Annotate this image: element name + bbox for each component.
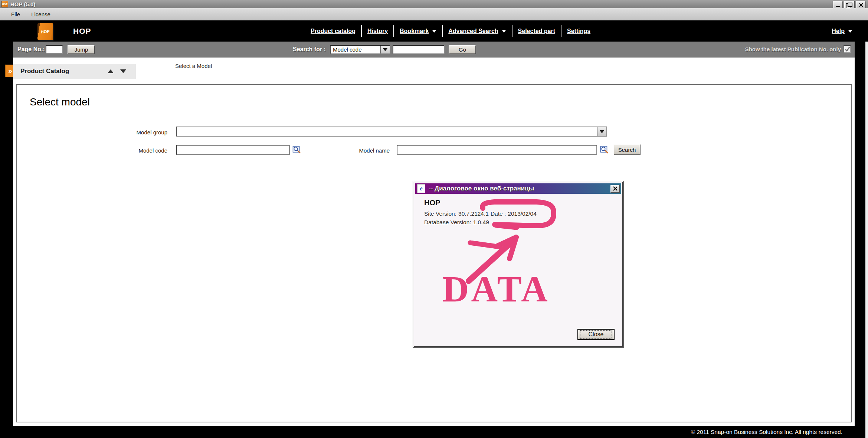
model-name-label: Model name — [336, 147, 390, 154]
close-icon — [613, 186, 618, 191]
about-dialog: e -- Диалоговое окно веб-страницы HOP Si… — [413, 181, 623, 347]
latest-publication-option: Show the latest Publication No. only — [745, 45, 851, 53]
nav-history[interactable]: History — [361, 25, 393, 37]
database-version-label: Database Version: — [424, 219, 471, 225]
date-label: Date : — [491, 210, 506, 217]
model-code-label: Model code — [110, 147, 167, 154]
model-group-label: Model group — [110, 129, 167, 135]
latest-publication-checkbox[interactable] — [844, 45, 851, 53]
search-type-select[interactable]: Model code — [330, 45, 390, 54]
product-catalog-title: Product Catalog — [20, 68, 108, 75]
page-no-input[interactable] — [46, 45, 63, 54]
dialog-title: -- Диалоговое окно веб-страницы — [429, 185, 610, 192]
nav-settings[interactable]: Settings — [561, 25, 596, 37]
chevron-down-icon — [383, 48, 387, 51]
menu-file[interactable]: File — [11, 11, 20, 17]
site-version-value: 30.7.2124.1 — [458, 210, 489, 217]
menu-bar: File License — [0, 8, 868, 20]
close-window-button[interactable] — [856, 1, 866, 9]
window-controls — [833, 1, 866, 9]
search-input[interactable] — [393, 45, 445, 54]
hop-logo: HOP — [37, 23, 53, 40]
chevron-down-icon — [502, 30, 506, 33]
dropdown-button[interactable] — [597, 127, 606, 136]
search-button[interactable]: Search — [613, 144, 641, 155]
date-value: 2013/02/04 — [508, 210, 537, 217]
minimize-button[interactable] — [833, 1, 843, 9]
page-title: Select model — [30, 96, 90, 108]
window-title: HOP (5.0) — [10, 1, 35, 7]
model-name-search-helper-icon[interactable] — [600, 145, 609, 154]
database-version-value: 1.0.49 — [473, 219, 489, 225]
close-button-label: Close — [580, 330, 612, 339]
footer: © 2011 Snap-on Business Solutions Inc. A… — [0, 426, 865, 438]
close-icon — [859, 3, 863, 7]
dropdown-button[interactable] — [380, 46, 390, 53]
window-frame-edge — [865, 42, 868, 438]
jump-button[interactable]: Jump — [68, 45, 95, 54]
model-group-select[interactable] — [176, 127, 607, 137]
restore-button[interactable] — [844, 1, 855, 9]
nav-bookmark[interactable]: Bookmark — [393, 25, 442, 37]
chevron-down-icon — [600, 130, 604, 133]
site-version-line: Site Version:30.7.2124.1Date :2013/02/04 — [424, 210, 538, 217]
chevron-down-icon — [432, 30, 436, 33]
database-version-line: Database Version:1.0.49 — [424, 219, 491, 226]
nav-product-catalog[interactable]: Product catalog — [305, 25, 361, 37]
latest-publication-label: Show the latest Publication No. only — [745, 46, 841, 52]
model-code-input[interactable] — [176, 145, 290, 155]
nav-advanced-search[interactable]: Advanced Search — [442, 25, 511, 37]
dialog-close-button[interactable] — [610, 185, 620, 193]
main-nav: Product catalog History Bookmark Advance… — [305, 20, 596, 42]
copyright-text: © 2011 Snap-on Business Solutions Inc. A… — [691, 429, 842, 435]
model-code-search-helper-icon[interactable] — [292, 145, 301, 154]
search-for-label: Search for : — [293, 46, 326, 53]
nav-help[interactable]: Help — [832, 20, 852, 42]
collapse-up-icon[interactable] — [108, 69, 114, 73]
close-button[interactable]: Close — [577, 329, 615, 340]
restore-icon — [848, 3, 852, 7]
page-no-label: Page No.: — [17, 46, 45, 53]
site-version-label: Site Version: — [424, 210, 456, 217]
application-window: HOP HOP (5.0) File License HOP HOP Produ… — [0, 0, 868, 438]
dialog-app-name: HOP — [424, 199, 440, 207]
app-header: HOP HOP Product catalog History Bookmark… — [0, 20, 868, 42]
app-icon: HOP — [1, 1, 8, 7]
product-catalog-panel-header[interactable]: Product Catalog — [13, 64, 136, 79]
internet-explorer-icon: e — [417, 184, 425, 193]
chevron-down-icon — [848, 30, 852, 33]
window-titlebar: HOP HOP (5.0) — [0, 0, 868, 8]
nav-selected-part[interactable]: Selected part — [512, 25, 561, 37]
model-name-input[interactable] — [397, 145, 597, 155]
brand-title: HOP — [73, 20, 91, 42]
minimize-icon — [836, 6, 840, 7]
breadcrumb: Select a Model — [175, 63, 212, 69]
menu-license[interactable]: License — [31, 11, 50, 17]
expand-down-icon[interactable] — [120, 69, 126, 73]
dialog-titlebar: e -- Диалоговое окно веб-страницы — [415, 183, 621, 194]
go-button[interactable]: Go — [449, 45, 476, 54]
toolbar: Page No.: Jump Search for : Model code G… — [13, 42, 855, 58]
search-type-value: Model code — [331, 46, 380, 53]
check-icon — [845, 46, 850, 52]
